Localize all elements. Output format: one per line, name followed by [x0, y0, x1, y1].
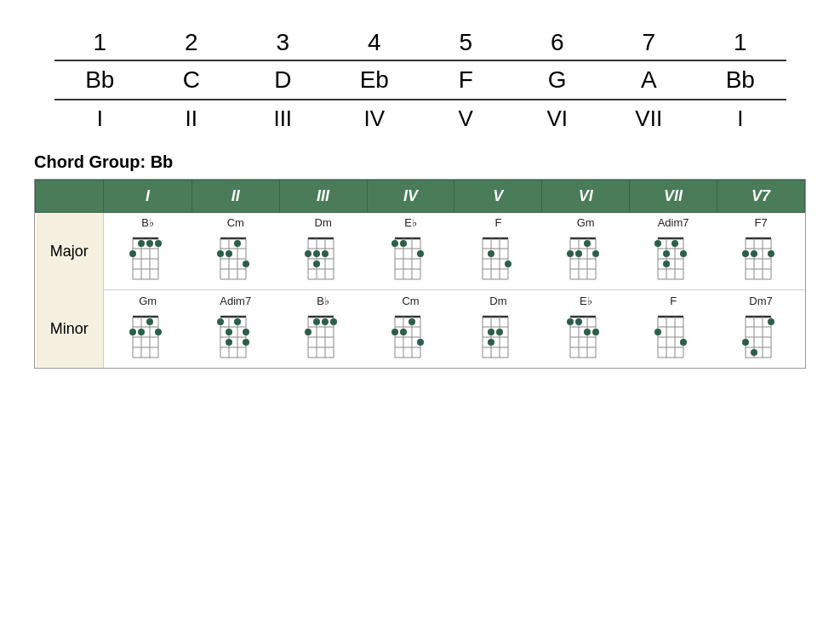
chord-diagram	[301, 310, 346, 361]
scale-note-7: A	[603, 60, 695, 100]
chord-name: Dm	[456, 295, 540, 307]
chord-cell: F	[630, 291, 717, 368]
svg-point-25	[243, 261, 249, 267]
chord-name: Dm7	[719, 295, 803, 307]
scale-roman-6: VI	[511, 100, 603, 135]
scale-roman-1: I	[54, 100, 146, 135]
chord-cell: Adim7	[191, 291, 279, 368]
chord-name: Gm	[106, 295, 190, 307]
chord-diagram	[126, 310, 170, 361]
svg-point-22	[217, 250, 224, 257]
chord-cell: Dm	[454, 291, 542, 368]
header-III: III	[279, 180, 367, 213]
scale-number-3: 3	[237, 26, 329, 60]
scale-note-4: Eb	[329, 60, 420, 100]
header-empty	[36, 180, 104, 213]
chord-diagram	[651, 310, 695, 361]
svg-point-73	[584, 240, 591, 247]
chord-diagram	[563, 310, 608, 361]
svg-point-85	[671, 240, 678, 247]
svg-point-123	[217, 318, 224, 325]
header-V7: V7	[717, 180, 805, 213]
svg-point-100	[768, 250, 774, 257]
svg-point-112	[146, 318, 153, 325]
svg-point-164	[488, 329, 494, 335]
svg-point-177	[575, 318, 582, 325]
svg-point-141	[305, 329, 311, 335]
svg-point-152	[400, 329, 407, 335]
chord-group-label: Chord Group: Bb	[34, 152, 806, 172]
svg-point-165	[496, 329, 503, 335]
svg-point-36	[313, 250, 320, 257]
svg-point-86	[663, 250, 670, 257]
chord-cell: B♭	[279, 291, 367, 368]
minor-row: MinorGm Adim7 B♭ Cm Dm E♭ F Dm7	[36, 291, 805, 368]
scale-number-4: 4	[329, 26, 420, 60]
svg-point-201	[742, 339, 749, 346]
svg-point-72	[575, 250, 582, 257]
svg-point-71	[567, 250, 574, 257]
scale-number-2: 2	[146, 26, 237, 60]
svg-point-48	[391, 240, 398, 247]
chord-name: Adim7	[631, 216, 716, 229]
svg-point-10	[146, 240, 153, 247]
scale-note-2: C	[146, 60, 237, 100]
scale-note-6: G	[511, 60, 603, 100]
svg-point-11	[155, 240, 162, 247]
scale-note-1: Bb	[54, 60, 146, 100]
svg-point-84	[654, 240, 661, 247]
svg-point-178	[584, 329, 591, 335]
svg-point-38	[313, 261, 320, 267]
chord-diagram	[651, 232, 695, 283]
svg-point-99	[751, 250, 757, 257]
scale-roman-7: VII	[603, 100, 695, 135]
chord-name: Cm	[193, 216, 277, 229]
svg-point-12	[129, 250, 136, 257]
svg-point-35	[305, 250, 311, 257]
svg-point-87	[680, 250, 687, 257]
svg-point-190	[680, 339, 687, 346]
chord-diagram	[388, 232, 432, 283]
chord-cell: Gm	[104, 291, 192, 368]
svg-point-9	[138, 240, 145, 247]
scale-number-1: 1	[54, 26, 146, 60]
svg-point-138	[313, 318, 320, 325]
chord-diagram	[739, 232, 783, 283]
chord-name: Adim7	[193, 295, 277, 307]
chord-cell: F	[454, 213, 542, 290]
svg-point-189	[654, 329, 661, 335]
chord-diagram	[388, 310, 432, 361]
scale-roman-5: V	[420, 100, 512, 135]
svg-point-200	[768, 318, 774, 325]
header-VI: VI	[542, 180, 630, 213]
chord-table: I II III IV V VI VII V7 MajorB♭ Cm Dm E♭…	[35, 180, 805, 368]
chord-cell: F7	[717, 213, 805, 290]
chord-diagram	[476, 232, 520, 283]
scale-number-5: 5	[420, 26, 512, 60]
svg-point-88	[663, 261, 670, 267]
scale-number-8: 1	[694, 26, 786, 60]
chord-name: Gm	[544, 216, 628, 229]
svg-point-166	[488, 339, 494, 346]
chord-cell: E♭	[367, 213, 454, 290]
chord-name: Dm	[281, 216, 365, 229]
svg-point-49	[400, 240, 407, 247]
scale-number-6: 6	[511, 26, 603, 60]
chord-cell: Adim7	[630, 213, 717, 290]
svg-point-98	[742, 250, 749, 257]
scale-roman-2: II	[146, 100, 237, 135]
svg-point-126	[243, 329, 249, 335]
svg-point-113	[155, 329, 162, 335]
chord-cell: Dm7	[717, 291, 805, 368]
chord-name: E♭	[369, 216, 453, 229]
scale-roman-4: IV	[329, 100, 420, 135]
scale-note-8: Bb	[694, 60, 786, 100]
chord-diagram	[214, 310, 258, 361]
major-label-cell: Major	[36, 213, 104, 291]
chord-name: Cm	[369, 295, 453, 307]
chord-name: B♭	[281, 295, 365, 307]
chord-cell: Gm	[542, 213, 630, 290]
svg-point-139	[322, 318, 329, 325]
chord-name: F	[456, 216, 540, 229]
scale-note-5: F	[420, 60, 512, 100]
